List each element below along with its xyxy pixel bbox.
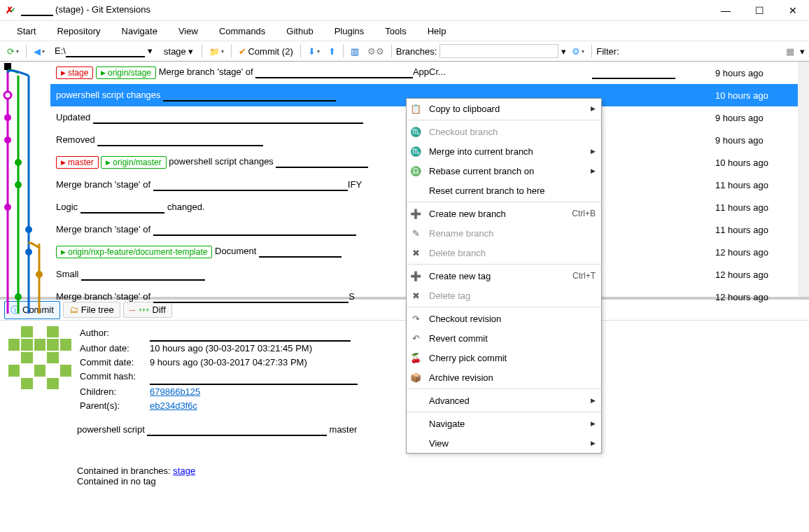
commit-time-cell: 11 hours ago xyxy=(715,202,792,213)
svg-point-9 xyxy=(15,181,22,188)
menu-item-icon: ➕ xyxy=(409,271,422,281)
close-button[interactable]: ✕ xyxy=(782,5,803,16)
gear-button[interactable]: ▾ xyxy=(569,45,587,58)
push-button[interactable] xyxy=(325,45,339,58)
commit-author-cell xyxy=(592,270,711,280)
maximize-button[interactable]: ☐ xyxy=(749,5,770,16)
menu-item-shortcut: Ctrl+B xyxy=(572,209,596,218)
context-menu-item[interactable]: 🍒 Cherry pick commit xyxy=(407,348,601,368)
scrollbar[interactable] xyxy=(798,62,809,297)
app-icon xyxy=(6,5,17,16)
path-crumb[interactable]: E:\Appify_Codebase\b ▾ xyxy=(50,44,157,59)
layout-icon xyxy=(351,46,359,57)
menu-navigate[interactable]: Navigate xyxy=(112,23,167,39)
context-menu-item[interactable]: ♎ Rebase current branch on ▶ xyxy=(407,161,601,181)
menu-tools[interactable]: Tools xyxy=(375,23,416,39)
menu-item-label: Revert commit xyxy=(429,333,596,344)
context-menu-item[interactable]: Advanced ▶ xyxy=(407,391,601,410)
commit-message-cell: ▶stage ▶origin/stage Merge branch 'stage… xyxy=(56,66,588,79)
ref-tag[interactable]: ▶origin/stage xyxy=(96,66,156,79)
graph-column xyxy=(0,62,50,297)
filter-label: Filter: xyxy=(596,46,619,57)
layout-button[interactable] xyxy=(348,45,362,58)
menu-start[interactable]: Start xyxy=(7,23,45,39)
stash-button[interactable]: ▾ xyxy=(206,45,227,58)
menu-item-icon: ✖ xyxy=(409,248,422,258)
svg-point-14 xyxy=(15,293,22,300)
menu-item-label: Delete branch xyxy=(429,248,596,258)
menu-item-icon: ➕ xyxy=(409,209,422,219)
menu-item-icon: 📦 xyxy=(409,372,422,383)
commit-time-cell: 12 hours ago xyxy=(715,292,792,302)
ref-tag[interactable]: ▶origin/master xyxy=(101,156,166,169)
context-menu-item[interactable]: View ▶ xyxy=(407,433,601,453)
menu-github[interactable]: Github xyxy=(276,23,323,39)
menu-repository[interactable]: Repository xyxy=(47,23,110,39)
commit-hash: 001e7615e0483e9dbcxxxxxxxxxxxxxxxxxx219b… xyxy=(150,370,358,385)
commit-time-cell: 10 hours ago xyxy=(715,90,792,101)
commit-time-cell: 12 hours ago xyxy=(715,270,792,280)
grid-button[interactable] xyxy=(783,45,797,58)
minimize-button[interactable]: — xyxy=(715,5,736,16)
branches-label: Branches: xyxy=(396,46,437,57)
more-dropdown[interactable]: ▾ xyxy=(800,46,805,57)
commit-detail: Author:Ranadheer Khyatam <ranadheerk@tec… xyxy=(0,321,809,419)
back-icon xyxy=(34,46,41,57)
menu-item-label: Cherry pick commit xyxy=(429,353,596,363)
toolbar: ▾ ▾ E:\Appify_Codebase\b ▾ stage ▾ ▾ Com… xyxy=(0,41,809,62)
pull-button[interactable]: ▾ xyxy=(305,45,323,58)
context-menu-item: ♏ Checkout branch xyxy=(407,122,601,141)
menu-help[interactable]: Help xyxy=(418,23,456,39)
commit-author-cell xyxy=(592,113,711,123)
commit-author-cell: Ranadheer Khyatam xyxy=(592,67,711,79)
ref-tag[interactable]: ▶origin/nxp-feature/document-template xyxy=(56,246,212,258)
contained-branch-link[interactable]: stage xyxy=(173,465,195,476)
settings-button[interactable]: ⚙⚙ xyxy=(365,45,387,58)
commit-row[interactable]: ▶stage ▶origin/stage Merge branch 'stage… xyxy=(50,62,798,84)
refresh-button[interactable]: ▾ xyxy=(4,45,22,58)
context-menu-item[interactable]: ↷ Checkout revision xyxy=(407,309,601,328)
children-link[interactable]: 679866b125 xyxy=(150,386,200,397)
menu-commands[interactable]: Commands xyxy=(209,23,275,39)
menu-view[interactable]: View xyxy=(169,23,208,39)
menu-item-label: Reset current branch to here xyxy=(429,186,596,196)
commit-author-cell xyxy=(592,158,711,168)
branch-crumb[interactable]: stage ▾ xyxy=(160,45,197,58)
context-menu-item[interactable]: ➕ Create new tag Ctrl+T xyxy=(407,266,601,286)
ref-tag[interactable]: ▶stage xyxy=(56,66,93,79)
ref-tag[interactable]: ▶master xyxy=(56,156,99,169)
context-menu-item[interactable]: ➕ Create new branch Ctrl+B xyxy=(407,204,601,223)
context-menu-item[interactable]: ♏ Merge into current branch ▶ xyxy=(407,141,601,161)
back-button[interactable]: ▾ xyxy=(31,45,48,58)
contained-in: Contained in branches: stage Contained i… xyxy=(0,460,809,489)
menu-item-icon: ♏ xyxy=(409,127,422,137)
grid-icon xyxy=(786,46,794,57)
commit-button[interactable]: Commit (2) xyxy=(236,45,295,58)
folder-icon xyxy=(209,46,220,57)
commit-time-cell: 9 hours ago xyxy=(715,68,792,78)
menu-item-label: Advanced xyxy=(429,396,584,406)
menu-item-label: Copy to clipboard xyxy=(429,104,584,114)
menu-item-label: Archive revision xyxy=(429,372,596,383)
commit-author-cell xyxy=(592,202,711,213)
menu-item-label: Checkout branch xyxy=(429,127,596,137)
context-menu-item: ✎ Rename branch xyxy=(407,223,601,243)
menu-plugins[interactable]: Plugins xyxy=(325,23,374,39)
context-menu-item[interactable]: Reset current branch to here xyxy=(407,181,601,200)
commit-author-cell xyxy=(592,135,711,146)
context-menu-item[interactable]: 📦 Archive revision xyxy=(407,368,601,387)
commit-date: 9 hours ago (30-03-2017 04:27:33 PM) xyxy=(150,357,307,368)
context-menu-item[interactable]: 📋 Copy to clipboard ▶ xyxy=(407,99,601,118)
context-menu-item[interactable]: Navigate ▶ xyxy=(407,414,601,433)
submenu-arrow-icon: ▶ xyxy=(591,440,596,447)
context-menu-item[interactable]: ↶ Revert commit xyxy=(407,328,601,348)
commit-author-cell xyxy=(592,247,711,258)
author-link[interactable]: Ranadheer Khyatam <ranadheerk@techxxxxxx… xyxy=(150,328,351,338)
menu-item-icon: ✖ xyxy=(409,290,422,301)
commit-icon xyxy=(239,46,246,57)
context-menu-item: ✖ Delete branch xyxy=(407,243,601,262)
branches-combo[interactable] xyxy=(439,44,558,58)
parents-link[interactable]: eb234d3f6c xyxy=(150,400,197,411)
gear-icon xyxy=(572,46,580,57)
menu-item-label: Checkout revision xyxy=(429,314,596,324)
